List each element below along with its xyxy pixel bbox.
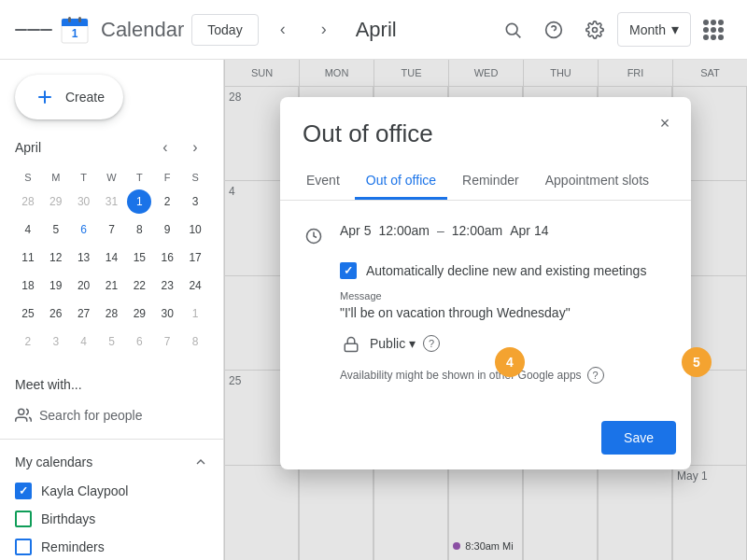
today-button[interactable]: Today	[191, 14, 258, 46]
calendar-checkbox[interactable]	[15, 483, 32, 499]
mini-day[interactable]: 2	[155, 189, 179, 214]
calendar-checkbox[interactable]	[15, 511, 32, 527]
mini-day[interactable]: 16	[155, 245, 179, 270]
mini-day[interactable]: 14	[99, 245, 123, 270]
mini-day[interactable]: 26	[44, 301, 68, 326]
date-end[interactable]: Apr 14	[510, 223, 548, 238]
tab-appointment-slots[interactable]: Appointment slots	[534, 163, 660, 200]
lock-icon	[340, 333, 362, 356]
mini-day[interactable]: 21	[99, 273, 123, 298]
svg-rect-15	[345, 343, 358, 351]
svg-rect-2	[62, 22, 88, 26]
auto-decline-checkbox[interactable]	[340, 262, 357, 279]
privacy-dropdown[interactable]: Public ▾	[370, 336, 416, 351]
mini-day[interactable]: 28	[99, 301, 123, 326]
mini-day-today[interactable]: 1	[127, 189, 151, 214]
mini-day[interactable]: 17	[183, 245, 207, 270]
month-title: April	[356, 18, 397, 42]
search-button[interactable]	[494, 11, 531, 49]
date-time-row: Apr 5 12:00am – 12:00am Apr 14	[303, 216, 669, 255]
mini-day[interactable]: 12	[44, 245, 68, 270]
mini-day[interactable]: 25	[16, 301, 40, 326]
mini-day[interactable]: 3	[44, 329, 68, 354]
calendar-item[interactable]: Reminders	[15, 533, 208, 560]
meet-with-header: Meet with...	[0, 370, 223, 399]
mini-day[interactable]: 3	[183, 189, 207, 214]
mini-calendar: April ‹ › S M T W T F S 28 29 30 31 1	[0, 134, 223, 355]
mini-day[interactable]: 6	[127, 329, 151, 354]
mini-day[interactable]: 4	[72, 329, 96, 354]
svg-rect-4	[68, 17, 71, 22]
svg-line-7	[516, 33, 521, 37]
calendar-logo: 1	[60, 15, 90, 45]
prev-button[interactable]: ‹	[266, 13, 300, 47]
mini-day[interactable]: 19	[44, 273, 68, 298]
mini-day[interactable]: 7	[99, 217, 123, 242]
search-people-button[interactable]: Search for people	[0, 399, 223, 431]
message-text[interactable]: "I'll be on vacation through Wednesday"	[340, 305, 669, 320]
mini-day[interactable]: 7	[155, 329, 179, 354]
calendar-name: Kayla Claypool	[41, 483, 128, 498]
mini-day[interactable]: 23	[155, 273, 179, 298]
calendar-item[interactable]: Birthdays	[15, 505, 208, 533]
tab-reminder[interactable]: Reminder	[451, 163, 530, 200]
mini-day[interactable]: 2	[16, 329, 40, 354]
mini-day[interactable]: 20	[72, 273, 96, 298]
privacy-row: Public ▾ ?	[303, 324, 669, 363]
mini-day[interactable]: 6	[72, 217, 96, 242]
create-button[interactable]: Create	[15, 75, 123, 119]
view-dropdown[interactable]: Month ▾	[617, 12, 691, 47]
mini-day[interactable]: 10	[183, 217, 207, 242]
menu-button[interactable]	[15, 11, 52, 49]
modal-footer: Save	[280, 413, 691, 469]
mini-day[interactable]: 22	[127, 273, 151, 298]
mini-day[interactable]: 27	[72, 301, 96, 326]
availability-help-icon[interactable]: ?	[587, 367, 604, 384]
mini-day[interactable]: 5	[99, 329, 123, 354]
mini-day[interactable]: 18	[16, 273, 40, 298]
tab-event[interactable]: Event	[295, 163, 351, 200]
mini-day[interactable]: 8	[183, 329, 207, 354]
date-start[interactable]: Apr 5	[340, 223, 371, 238]
tab-out-of-office[interactable]: Out of office	[355, 163, 447, 200]
apps-button[interactable]	[695, 11, 732, 49]
calendar-name: Birthdays	[41, 511, 95, 526]
help-button[interactable]	[535, 11, 572, 49]
mini-day[interactable]: 24	[183, 273, 207, 298]
mini-day[interactable]: 11	[16, 245, 40, 270]
event-modal: × Out of office Event Out of office Remi…	[280, 97, 691, 469]
mini-day[interactable]: 31	[99, 189, 123, 214]
time-end[interactable]: 12:00am	[452, 223, 502, 238]
mini-day[interactable]: 30	[155, 301, 179, 326]
svg-point-10	[593, 27, 598, 32]
mini-day[interactable]: 29	[127, 301, 151, 326]
save-button[interactable]: Save	[601, 421, 676, 455]
mini-day[interactable]: 9	[155, 217, 179, 242]
message-label: Message	[340, 290, 669, 301]
mini-day[interactable]: 29	[44, 189, 68, 214]
collapse-icon[interactable]	[193, 455, 208, 469]
mini-prev-button[interactable]: ‹	[152, 134, 178, 161]
mini-day[interactable]: 15	[127, 245, 151, 270]
mini-day[interactable]: 30	[72, 189, 96, 214]
mini-day[interactable]: 4	[16, 217, 40, 242]
mini-day[interactable]: 1	[183, 301, 207, 326]
mini-cal-title: April	[15, 140, 41, 155]
mini-next-button[interactable]: ›	[182, 134, 208, 161]
calendar-checkbox[interactable]	[15, 539, 32, 555]
mini-day[interactable]: 8	[127, 217, 151, 242]
mini-day[interactable]: 28	[16, 189, 40, 214]
calendar-item[interactable]: Kayla Claypool	[15, 477, 208, 505]
time-start[interactable]: 12:00am	[378, 223, 429, 238]
svg-text:1: 1	[72, 27, 78, 40]
message-section: Message "I'll be on vacation through Wed…	[303, 287, 669, 324]
help-icon[interactable]: ?	[423, 335, 440, 352]
mini-day[interactable]: 13	[72, 245, 96, 270]
modal-close-button[interactable]: ×	[650, 108, 680, 138]
my-calendars-section: My calendars Kayla Claypool Birthdays Re…	[0, 447, 223, 560]
mini-day[interactable]: 5	[44, 217, 68, 242]
next-button[interactable]: ›	[307, 13, 341, 47]
people-icon	[15, 407, 32, 424]
settings-button[interactable]	[576, 11, 613, 49]
mini-cal-grid: S M T W T F S 28 29 30 31 1 2 3 4 5 6 7	[15, 168, 208, 355]
